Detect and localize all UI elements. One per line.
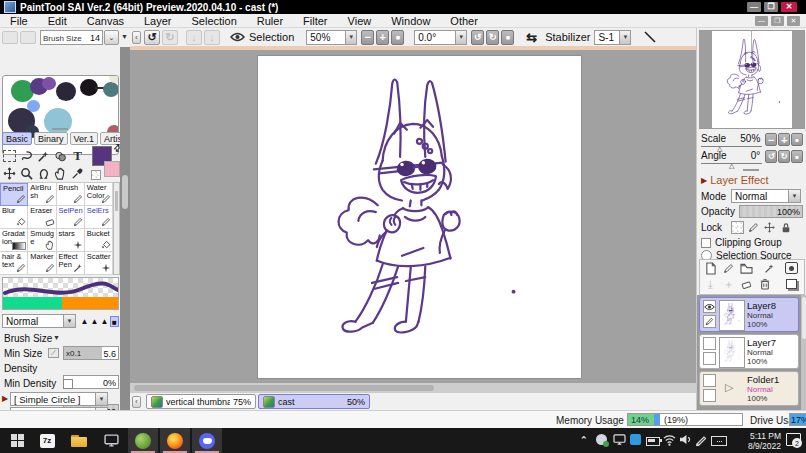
min-size-pressure-icon[interactable]: ⟋ bbox=[48, 348, 59, 358]
tray-wifi-icon[interactable] bbox=[663, 434, 676, 446]
secondary-color-swatch[interactable] bbox=[104, 161, 120, 177]
zoom-in-button[interactable]: + bbox=[376, 30, 389, 45]
clear-layer-button[interactable] bbox=[739, 277, 754, 291]
brush-marker[interactable]: Marker bbox=[28, 252, 56, 275]
merge-down-button[interactable]: ＋ bbox=[721, 277, 736, 291]
taskbar-file-explorer[interactable] bbox=[64, 428, 94, 453]
rotate-cw-button[interactable]: ↻ bbox=[486, 30, 499, 45]
zoom-level-select[interactable]: 50% bbox=[306, 30, 346, 45]
brush-effect-pen[interactable]: Effect Pen bbox=[57, 252, 85, 275]
minimize-button[interactable]: — bbox=[747, 2, 761, 12]
brush-smudge[interactable]: Smudge bbox=[28, 229, 56, 252]
special-layer-button[interactable] bbox=[762, 261, 777, 275]
new-folder-button[interactable] bbox=[739, 261, 754, 275]
layer-visibility-toggle[interactable] bbox=[703, 374, 716, 387]
brush-selers[interactable]: SelErs bbox=[85, 206, 113, 229]
menu-item-window[interactable]: Window bbox=[381, 15, 440, 27]
taskbar-clock[interactable]: 5:11 PM 8/9/2022 bbox=[733, 431, 781, 451]
angle-reset-button[interactable]: ■ bbox=[791, 150, 803, 163]
menu-item-layer[interactable]: Layer bbox=[134, 15, 182, 27]
tray-app-icon[interactable] bbox=[630, 434, 641, 445]
clipping-group-checkbox[interactable] bbox=[701, 238, 711, 248]
panel-resize-handle[interactable] bbox=[743, 169, 759, 171]
doc-tab-vertical-thumbnail[interactable]: vertical thumbnail ... 75% bbox=[146, 394, 256, 409]
layer-visibility-toggle[interactable] bbox=[703, 337, 716, 350]
tabbar-collapse-button[interactable]: ‹ bbox=[132, 396, 141, 408]
panel-overflow-chevron-icon[interactable]: ▼ bbox=[121, 33, 128, 40]
layer-paint-active-toggle[interactable] bbox=[703, 352, 716, 365]
edge-shape-soft-icon[interactable]: ▲ bbox=[90, 316, 99, 327]
folder-expand-icon[interactable]: ▷ bbox=[725, 381, 733, 394]
angle-cw-button[interactable]: ↻ bbox=[778, 150, 790, 163]
restore-button[interactable]: ❐ bbox=[764, 2, 778, 12]
rotation-select[interactable]: 0.0° bbox=[414, 30, 456, 45]
angle-slider[interactable]: Angle 0° △ bbox=[701, 149, 762, 164]
doc-tab-cast[interactable]: cast 50% bbox=[258, 394, 370, 409]
menu-item-view[interactable]: View bbox=[338, 15, 382, 27]
tab-ver1[interactable]: Ver.1 bbox=[70, 132, 99, 145]
taskbar-system-app[interactable] bbox=[96, 428, 126, 453]
delete-layer-button[interactable] bbox=[757, 277, 772, 291]
close-button[interactable]: ✕ bbox=[781, 2, 797, 12]
brush-blur[interactable]: Blur bbox=[0, 206, 28, 229]
navigator-preview[interactable] bbox=[699, 30, 805, 129]
menu-item-other[interactable]: Other bbox=[440, 15, 488, 27]
layers-scrollbar[interactable] bbox=[801, 295, 806, 410]
undo-button[interactable]: ↺ bbox=[144, 30, 160, 45]
brush-water-color[interactable]: Water Color bbox=[85, 183, 113, 206]
layer-visibility-toggle[interactable] bbox=[703, 300, 716, 313]
tray-keyboard-icon[interactable] bbox=[711, 436, 727, 446]
toolbar-collapse-button[interactable]: ‹ bbox=[132, 31, 141, 44]
layer-paint-active-toggle[interactable] bbox=[703, 389, 716, 402]
left-panel-scrollbar[interactable] bbox=[120, 47, 130, 410]
edge-shape-round-icon[interactable]: ▲ bbox=[100, 316, 109, 327]
rotate-ccw-button[interactable]: ↺ bbox=[471, 30, 484, 45]
menu-item-ruler[interactable]: Ruler bbox=[247, 15, 293, 27]
brush-eraser[interactable]: Eraser bbox=[28, 206, 56, 229]
quick-brush-size-field[interactable]: Brush Size 14 bbox=[40, 30, 103, 45]
zoom-tool[interactable] bbox=[18, 165, 35, 181]
doc-restore-button[interactable]: ❐ bbox=[771, 16, 784, 26]
magic-wand-tool[interactable] bbox=[35, 148, 52, 164]
taskbar-painttool-sai[interactable] bbox=[128, 428, 158, 453]
layer-mask-button[interactable] bbox=[784, 261, 799, 275]
hand-tool[interactable] bbox=[52, 165, 69, 181]
duplicate-layer-button[interactable] bbox=[784, 277, 799, 291]
tray-display-icon[interactable] bbox=[613, 434, 626, 445]
clone-tool[interactable] bbox=[52, 148, 69, 164]
scroll-lock-alt-button[interactable]: ↓ bbox=[204, 30, 220, 45]
edge-shape-sharp-icon[interactable]: ▲ bbox=[80, 316, 89, 327]
brush-pencil[interactable]: Pencil bbox=[0, 183, 28, 206]
transfer-down-button[interactable]: ⤓ bbox=[703, 277, 718, 291]
brush-size-dropdown-button[interactable]: ⌄ bbox=[104, 30, 119, 45]
layer-mode-select[interactable]: Normal bbox=[731, 189, 789, 203]
new-linework-layer-button[interactable] bbox=[721, 261, 736, 275]
layer-paint-active-toggle[interactable] bbox=[703, 315, 716, 328]
brush-bucket[interactable]: Bucket bbox=[85, 229, 113, 252]
zoom-out-button[interactable]: − bbox=[361, 30, 374, 45]
layer-effect-expand-icon[interactable]: ▶ bbox=[701, 176, 707, 185]
blend-mode-dropdown-button[interactable]: ▼ bbox=[64, 314, 76, 328]
text-tool[interactable]: T bbox=[69, 148, 86, 164]
eyedropper-tool[interactable] bbox=[69, 165, 86, 181]
lock-transparency-icon[interactable] bbox=[731, 221, 744, 234]
zoom-dropdown-button[interactable]: ▼ bbox=[346, 30, 357, 45]
tab-basic[interactable]: Basic bbox=[2, 132, 32, 145]
menu-item-file[interactable]: File bbox=[0, 15, 38, 27]
scale-down-button[interactable]: − bbox=[765, 133, 777, 146]
tray-volume-icon[interactable] bbox=[679, 434, 692, 445]
selection-visibility-eye-icon[interactable] bbox=[230, 32, 245, 42]
canvas-h-scrollbar[interactable] bbox=[130, 383, 696, 393]
menu-item-filter[interactable]: Filter bbox=[293, 15, 337, 27]
rect-select-tool[interactable] bbox=[1, 148, 18, 164]
tray-expand-chevron-icon[interactable]: ⌃ bbox=[580, 435, 588, 445]
brush-stars[interactable]: stars bbox=[57, 229, 85, 252]
line-quality-icon[interactable] bbox=[643, 30, 657, 44]
rotation-dropdown-button[interactable]: ▼ bbox=[456, 30, 467, 45]
layer-row-layer7[interactable]: Layer7 Normal 100% bbox=[699, 334, 799, 369]
brush-selpen[interactable]: SelPen bbox=[57, 206, 85, 229]
clipping-group-row[interactable]: Clipping Group bbox=[701, 237, 803, 248]
brush-shape-select[interactable]: [ Simple Circle ] bbox=[10, 392, 96, 406]
tray-battery-icon[interactable] bbox=[646, 437, 660, 446]
canvas-document[interactable] bbox=[257, 55, 582, 379]
